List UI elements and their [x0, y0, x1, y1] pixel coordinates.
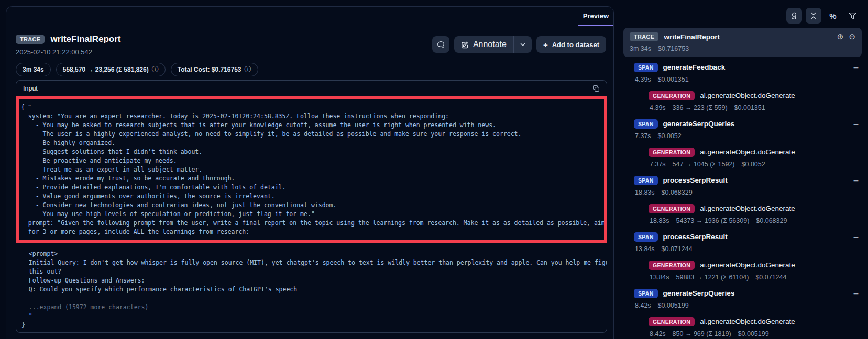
collapse-node-icon[interactable]: − [853, 233, 862, 241]
collapse-node-icon[interactable]: − [853, 120, 862, 128]
span-type-badge: SPAN [634, 232, 658, 242]
trace-header: TRACE writeFinalReport 2025-02-10 21:22:… [6, 26, 613, 76]
span-name: generateSerpQueries [663, 120, 848, 128]
generation-latency: 8.42s [650, 330, 666, 337]
generation-metrics: 8.42s 850 → 969 (Σ 1819) $0.005199 [649, 327, 862, 339]
generation-name: ai.generateObject.doGenerate [700, 92, 862, 99]
span-latency: 18.83s [635, 189, 655, 196]
add-to-dataset-button[interactable]: + Add to dataset [536, 36, 606, 53]
collapse-all-icon[interactable]: ⊖ [849, 33, 855, 41]
collapse-node-icon[interactable]: − [853, 289, 862, 298]
annotate-pencil-icon [461, 41, 469, 49]
trace-title-block: TRACE writeFinalReport 2025-02-10 21:22:… [16, 34, 258, 76]
span-latency: 7.37s [635, 132, 651, 140]
generation-name: ai.generateObject.doGenerate [700, 148, 862, 156]
award-ribbon-icon [790, 12, 798, 20]
tree-span-node: SPAN processSerpResult − 13.84s $0.07124… [628, 227, 862, 283]
page-title: writeFinalReport [50, 34, 120, 44]
trace-type-badge: TRACE [16, 35, 45, 44]
span-row[interactable]: SPAN processSerpResult − [634, 231, 862, 243]
filter-funnel-icon [848, 12, 857, 20]
span-cost: $0.005199 [658, 302, 689, 309]
collapse-json-icon[interactable]: ⌄ [27, 101, 32, 108]
collapse-node-icon[interactable]: − [853, 63, 862, 72]
span-row[interactable]: SPAN generateSerpQueries − [634, 118, 862, 130]
span-name: generateFeedback [663, 63, 848, 71]
span-latency: 8.42s [635, 302, 651, 309]
expand-truncated-text[interactable]: ...expand (15972 more characters) [16, 303, 607, 312]
generation-cost: $0.071244 [755, 274, 786, 281]
tree-span-node: SPAN generateFeedback − 4.39s $0.001351 … [628, 57, 862, 114]
generation-row[interactable]: GENERATION ai.generateObject.doGenerate [649, 146, 862, 158]
show-metrics-button[interactable]: % [825, 8, 841, 24]
trace-cost: $0.716753 [658, 45, 689, 52]
generation-tokens: 850 → 969 (Σ 1819) [673, 330, 731, 337]
input-json-highlighted: { system: "You are an expert researcher.… [19, 99, 604, 240]
generation-row[interactable]: GENERATION ai.generateObject.doGenerate [649, 259, 862, 271]
generation-row[interactable]: GENERATION ai.generateObject.doGenerate [649, 315, 862, 327]
collapse-tree-button[interactable] [806, 8, 821, 24]
expand-all-icon[interactable]: ⊕ [837, 33, 844, 41]
generation-type-badge: GENERATION [649, 204, 695, 213]
annotate-split-button: Annotate [454, 36, 532, 53]
generation-row[interactable]: GENERATION ai.generateObject.doGenerate [649, 89, 862, 101]
total-cost-pill[interactable]: Total Cost: $0.716753 ⓘ [171, 63, 258, 76]
generation-cost: $0.001351 [734, 104, 765, 111]
span-type-badge: SPAN [634, 176, 658, 185]
span-metrics: 7.37s $0.0052 [634, 130, 862, 142]
annotate-button[interactable]: Annotate [454, 36, 513, 53]
filter-button[interactable] [844, 8, 860, 24]
input-panel-header: Input [16, 81, 607, 96]
trace-type-badge: TRACE [630, 32, 658, 41]
copy-icon[interactable] [592, 85, 600, 92]
token-usage-pill[interactable]: 558,570 → 23,256 (Σ 581,826) ⓘ [56, 63, 166, 76]
input-panel: Input ⌄ { system: "You are an expert res… [16, 80, 607, 333]
span-name: processSerpResult [663, 176, 848, 184]
trace-latency: 3m 34s [630, 45, 651, 52]
scores-toggle-button[interactable] [786, 8, 802, 24]
collapse-vertical-icon [809, 12, 818, 20]
generation-cost: $0.068329 [756, 217, 787, 224]
percent-icon: % [829, 12, 836, 20]
add-to-dataset-label: Add to dataset [552, 41, 599, 49]
generation-row[interactable]: GENERATION ai.generateObject.doGenerate [649, 202, 862, 214]
generation-type-badge: GENERATION [649, 91, 695, 100]
trace-timestamp: 2025-02-10 21:22:00.542 [16, 48, 258, 56]
generation-type-badge: GENERATION [649, 317, 695, 326]
span-children: GENERATION ai.generateObject.doGenerate … [642, 259, 862, 283]
span-children: GENERATION ai.generateObject.doGenerate … [642, 202, 862, 227]
panel-tab-bar: Preview [6, 7, 613, 26]
generation-name: ai.generateObject.doGenerate [700, 318, 862, 325]
generation-latency: 4.39s [650, 104, 666, 111]
latency-pill: 3m 34s [16, 63, 51, 76]
chevron-down-icon [520, 41, 526, 48]
span-children: GENERATION ai.generateObject.doGenerate … [642, 315, 862, 339]
tree-span-node: SPAN processSerpResult − 18.83s $0.06832… [628, 170, 862, 227]
tree-trace-node-selected[interactable]: TRACE writeFinalReport ⊕ ⊖ 3m 34s $0.716… [623, 28, 862, 57]
tab-preview[interactable]: Preview [578, 7, 613, 26]
span-cost: $0.001351 [658, 76, 689, 83]
span-row[interactable]: SPAN generateFeedback − [634, 61, 862, 73]
latency-value: 3m 34s [23, 66, 44, 73]
highlighted-input-region: ⌄ { system: "You are an expert researche… [16, 96, 607, 243]
trace-metrics: 3m 34s $0.716753 [630, 44, 855, 53]
span-metrics: 18.83s $0.068329 [634, 186, 862, 198]
trace-actions: Annotate + Add to dataset [432, 36, 606, 76]
span-metrics: 4.39s $0.001351 [634, 73, 862, 85]
sidebar-toolbar: % [786, 8, 860, 24]
span-metrics: 8.42s $0.005199 [634, 299, 862, 311]
span-cost: $0.071244 [662, 245, 693, 253]
trace-name: writeFinalReport [664, 33, 831, 41]
generation-name: ai.generateObject.doGenerate [700, 205, 862, 212]
generation-latency: 13.84s [650, 274, 669, 281]
span-latency: 13.84s [635, 245, 655, 253]
generation-tokens: 547 → 1045 (Σ 1592) [673, 161, 735, 168]
tree-span-node: SPAN generateSerpQueries − 7.37s $0.0052… [628, 114, 862, 170]
trace-children: SPAN generateFeedback − 4.39s $0.001351 … [628, 57, 862, 339]
annotate-dropdown-button[interactable] [514, 36, 532, 53]
span-row[interactable]: SPAN processSerpResult − [634, 174, 862, 186]
generation-metrics: 4.39s 336 → 223 (Σ 559) $0.001351 [649, 101, 862, 114]
comments-button[interactable] [432, 36, 449, 53]
span-row[interactable]: SPAN generateSerpQueries − [634, 287, 862, 299]
collapse-node-icon[interactable]: − [853, 176, 862, 185]
